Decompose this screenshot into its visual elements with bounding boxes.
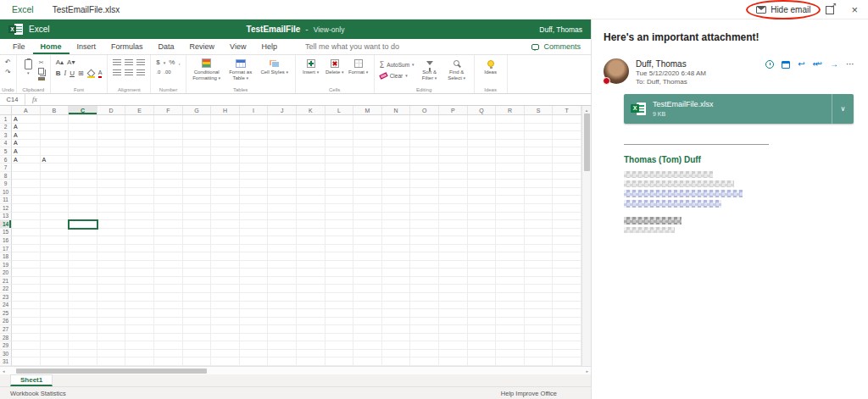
- cell-M6[interactable]: [353, 156, 382, 164]
- cell-T26[interactable]: [553, 318, 581, 326]
- cell-C1[interactable]: [69, 115, 97, 124]
- cell-I18[interactable]: [240, 252, 269, 261]
- cell-K14[interactable]: [297, 220, 326, 229]
- cell-G17[interactable]: [183, 245, 212, 253]
- cell-S8[interactable]: [525, 172, 554, 180]
- cell-G8[interactable]: [183, 172, 212, 180]
- cell-B11[interactable]: [41, 196, 70, 204]
- cell-P17[interactable]: [439, 245, 468, 253]
- cell-H11[interactable]: [211, 196, 240, 204]
- row-header-12[interactable]: 12: [0, 204, 12, 213]
- cell-F22[interactable]: [154, 285, 183, 293]
- cell-K2[interactable]: [297, 124, 326, 132]
- cell-K8[interactable]: [297, 172, 326, 180]
- cell-J28[interactable]: [268, 334, 297, 342]
- cell-S15[interactable]: [525, 229, 554, 237]
- row-header-18[interactable]: 18: [0, 252, 12, 261]
- cell-S16[interactable]: [525, 236, 554, 245]
- cell-P20[interactable]: [439, 269, 468, 277]
- cell-A11[interactable]: [12, 196, 41, 204]
- sender-name[interactable]: Duff, Thomas: [636, 58, 706, 69]
- cell-E23[interactable]: [125, 293, 154, 302]
- cell-C14[interactable]: [69, 220, 97, 229]
- cell-O11[interactable]: [410, 196, 439, 204]
- cell-P19[interactable]: [439, 261, 468, 269]
- cell-R12[interactable]: [496, 204, 525, 213]
- cell-C26[interactable]: [69, 318, 97, 326]
- cell-S9[interactable]: [525, 180, 554, 188]
- cell-E18[interactable]: [125, 252, 154, 261]
- horizontal-scrollbar[interactable]: ◂ ▸: [0, 366, 591, 374]
- cell-R15[interactable]: [496, 229, 525, 237]
- cell-O16[interactable]: [410, 236, 439, 245]
- cell-B30[interactable]: [41, 350, 70, 358]
- cell-P3[interactable]: [439, 131, 468, 140]
- cell-C17[interactable]: [69, 245, 97, 253]
- cell-A24[interactable]: [12, 302, 41, 310]
- cell-K5[interactable]: [297, 147, 326, 156]
- cell-J3[interactable]: [268, 131, 297, 140]
- cell-E25[interactable]: [125, 309, 154, 318]
- cell-M22[interactable]: [353, 285, 382, 293]
- cell-J23[interactable]: [268, 293, 297, 302]
- recipients-line[interactable]: To: Duff, Thomas: [636, 78, 706, 86]
- cell-N4[interactable]: [382, 140, 411, 148]
- cell-H27[interactable]: [211, 325, 240, 334]
- cell-J1[interactable]: [268, 115, 297, 124]
- cell-J6[interactable]: [268, 156, 297, 164]
- cell-E21[interactable]: [125, 277, 154, 285]
- cell-J22[interactable]: [268, 285, 297, 293]
- cell-I30[interactable]: [240, 350, 269, 358]
- cell-M15[interactable]: [353, 229, 382, 237]
- cell-H22[interactable]: [211, 285, 240, 293]
- cell-M13[interactable]: [353, 213, 382, 221]
- cell-Q21[interactable]: [468, 277, 497, 285]
- copy-icon[interactable]: [38, 68, 44, 75]
- cell-Q3[interactable]: [468, 131, 497, 140]
- cell-L27[interactable]: [326, 325, 354, 334]
- cell-D12[interactable]: [97, 204, 126, 213]
- select-all-corner[interactable]: [0, 106, 12, 114]
- cell-M27[interactable]: [353, 325, 382, 334]
- cell-Q14[interactable]: [468, 220, 497, 229]
- cell-G9[interactable]: [183, 180, 212, 188]
- cell-B7[interactable]: [41, 163, 70, 172]
- cell-J30[interactable]: [268, 350, 297, 358]
- cell-D4[interactable]: [97, 140, 126, 148]
- cell-F31[interactable]: [154, 357, 183, 366]
- cell-R24[interactable]: [496, 302, 525, 310]
- cell-A6[interactable]: A: [12, 156, 41, 164]
- cell-G18[interactable]: [183, 252, 212, 261]
- row-header-25[interactable]: 25: [0, 309, 12, 318]
- cell-O14[interactable]: [410, 220, 439, 229]
- cell-E2[interactable]: [125, 124, 154, 132]
- cell-H1[interactable]: [211, 115, 240, 124]
- cell-G15[interactable]: [183, 229, 212, 237]
- cell-F23[interactable]: [154, 293, 183, 302]
- column-header-L[interactable]: L: [326, 106, 354, 114]
- cell-styles-button[interactable]: Cell Styles ▾: [259, 58, 290, 75]
- column-header-C[interactable]: C: [69, 106, 97, 114]
- cell-I21[interactable]: [240, 277, 269, 285]
- cell-E28[interactable]: [125, 334, 154, 342]
- cell-B2[interactable]: [41, 124, 70, 132]
- cell-H26[interactable]: [211, 318, 240, 326]
- cell-C27[interactable]: [69, 325, 97, 334]
- row-header-11[interactable]: 11: [0, 196, 12, 204]
- cell-R23[interactable]: [496, 293, 525, 302]
- cut-button[interactable]: ✂: [39, 59, 44, 65]
- cell-D31[interactable]: [97, 357, 126, 366]
- cell-E5[interactable]: [125, 147, 154, 156]
- cell-O20[interactable]: [410, 269, 439, 277]
- cell-K23[interactable]: [297, 293, 326, 302]
- cell-F30[interactable]: [154, 350, 183, 358]
- cell-O27[interactable]: [410, 325, 439, 334]
- cell-G12[interactable]: [183, 204, 212, 213]
- cell-R19[interactable]: [496, 261, 525, 269]
- cell-K21[interactable]: [297, 277, 326, 285]
- cell-N18[interactable]: [382, 252, 411, 261]
- cell-B4[interactable]: [41, 140, 70, 148]
- cell-L9[interactable]: [326, 180, 354, 188]
- cell-F12[interactable]: [154, 204, 183, 213]
- cell-I16[interactable]: [240, 236, 269, 245]
